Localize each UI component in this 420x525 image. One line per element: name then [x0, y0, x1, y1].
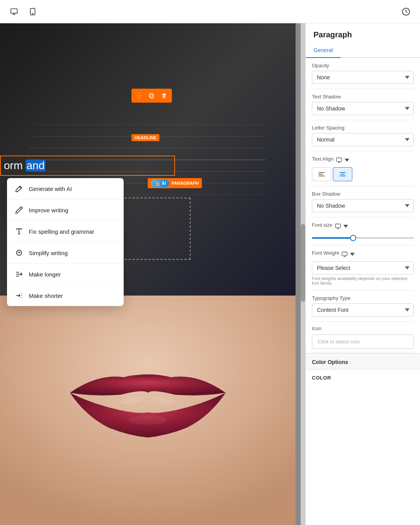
box-shadow-section: Box Shadow No Shadow — [306, 186, 420, 217]
monitor-icon — [336, 157, 342, 163]
text-align-label: Text Align — [312, 156, 334, 162]
ai-badge: 🤖 AI — [151, 179, 169, 187]
context-menu-item-fix[interactable]: Fix spelling and grammar — [7, 221, 124, 242]
font-size-label-row: Font size — [312, 222, 414, 230]
monitor-icon-2 — [335, 223, 341, 229]
panel-tabs: General — [306, 43, 420, 58]
chevron-down-icon-3 — [350, 252, 355, 257]
opacity-section: Opacity None — [306, 58, 420, 89]
context-menu-item-improve[interactable]: Improve writing — [7, 200, 124, 221]
canvas-scrollbar[interactable] — [301, 23, 305, 525]
text-highlight: and — [26, 159, 46, 172]
fix-spelling-label: Fix spelling and grammar — [29, 228, 94, 235]
make-longer-label: Make longer — [29, 271, 61, 278]
svg-rect-17 — [0, 296, 296, 525]
font-weight-section: Font Weight Please Select Font weights a… — [306, 245, 420, 290]
opacity-select[interactable]: None — [312, 71, 414, 84]
font-weight-label-row: Font Weight — [312, 250, 414, 258]
color-options-header: Color Options — [306, 353, 420, 369]
context-menu-item-shorter[interactable]: Make shorter — [7, 285, 124, 306]
font-size-label: Font size — [312, 222, 332, 228]
paragraph-badge: 🤖 AI PARAGRAPH — [148, 178, 202, 188]
letter-spacing-select[interactable]: Normal — [312, 133, 414, 146]
mobile-view-button[interactable] — [25, 4, 40, 19]
panel-title: Paragraph — [306, 23, 420, 39]
right-panel: Paragraph General Opacity None Text Shad… — [305, 23, 420, 525]
letter-spacing-section: Letter Spacing Normal — [306, 120, 420, 151]
ai-context-menu: Generate with AI Improve writing — [7, 178, 124, 306]
generate-ai-label: Generate with AI — [29, 186, 72, 192]
color-label: COLOR — [312, 375, 414, 381]
letter-spacing-label: Letter Spacing — [312, 125, 414, 131]
svg-rect-28 — [335, 224, 340, 228]
svg-rect-21 — [336, 158, 341, 161]
copy-button[interactable] — [146, 90, 157, 101]
svg-point-20 — [128, 415, 167, 425]
svg-rect-29 — [342, 252, 347, 256]
box-shadow-select[interactable]: No Shadow — [312, 199, 414, 212]
selected-text-block[interactable]: orm and — [0, 156, 175, 176]
svg-point-2 — [32, 13, 33, 14]
text-align-buttons — [312, 167, 414, 181]
paragraph-label: PARAGRAPH — [172, 181, 199, 186]
typography-type-label: Typography Type — [312, 295, 414, 301]
svg-rect-0 — [11, 9, 18, 13]
type-icon — [15, 227, 23, 236]
pencil-icon — [15, 206, 23, 214]
chevron-down-icon — [345, 158, 349, 163]
scrollbar-thumb[interactable] — [301, 224, 305, 302]
simplify-writing-label: Simplify writing — [29, 250, 68, 256]
font-weight-label: Font Weight — [312, 250, 339, 256]
svg-rect-4 — [150, 94, 154, 98]
toolbar-icons — [6, 4, 40, 19]
font-size-slider[interactable] — [312, 237, 414, 239]
text-shadow-label: Text Shadow — [312, 94, 414, 100]
move-button[interactable] — [134, 90, 145, 101]
font-weight-select[interactable]: Please Select — [312, 261, 414, 275]
longer-icon — [15, 270, 23, 278]
float-toolbar — [131, 89, 172, 103]
align-center-button[interactable] — [333, 167, 352, 181]
text-shadow-select[interactable]: No Shadow — [312, 102, 414, 115]
desktop-view-button[interactable] — [6, 4, 22, 19]
context-menu-item-generate-ai[interactable]: Generate with AI — [7, 178, 124, 200]
text-align-section: Text Align — [306, 151, 420, 186]
canvas-bottom-image — [0, 296, 296, 525]
history-button[interactable] — [398, 4, 414, 19]
text-shadow-section: Text Shadow No Shadow — [306, 89, 420, 120]
main-layout: HEADLINE orm and 🤖 AI PARAGRAPH — [0, 23, 420, 525]
monitor-icon-3 — [341, 251, 348, 257]
icon-label: Icon — [312, 326, 414, 331]
shorter-icon — [15, 291, 23, 300]
delete-button[interactable] — [159, 90, 170, 101]
typography-type-select[interactable]: Content Font — [312, 303, 414, 317]
top-toolbar — [0, 0, 420, 23]
headline-badge: HEADLINE — [131, 134, 159, 141]
font-weight-hint: Font weights availability depends on you… — [312, 276, 414, 285]
improve-writing-label: Improve writing — [29, 207, 68, 214]
canvas-area[interactable]: HEADLINE orm and 🤖 AI PARAGRAPH — [0, 23, 305, 525]
color-section: COLOR — [306, 369, 420, 390]
typography-type-section: Typography Type Content Font — [306, 290, 420, 321]
text-align-label-row: Text Align — [312, 156, 414, 164]
font-size-section: Font size — [306, 217, 420, 245]
dashed-placeholder-box — [121, 198, 191, 260]
tab-general[interactable]: General — [306, 43, 341, 58]
chevron-down-icon-2 — [343, 224, 348, 229]
simplify-icon — [15, 248, 23, 257]
box-shadow-label: Box Shadow — [312, 191, 414, 197]
make-shorter-label: Make shorter — [29, 292, 63, 299]
svg-rect-5 — [149, 93, 152, 97]
icon-select-button[interactable]: Click to select icon — [312, 334, 414, 349]
icon-section: Icon Click to select icon — [306, 322, 420, 353]
context-menu-item-simplify[interactable]: Simplify writing — [7, 242, 124, 264]
text-before-highlight: orm — [4, 159, 26, 172]
opacity-label: Opacity — [312, 63, 414, 68]
selected-text-content: orm and — [4, 159, 171, 172]
align-left-button[interactable] — [312, 167, 331, 181]
context-menu-item-longer[interactable]: Make longer — [7, 264, 124, 285]
wand-icon — [15, 184, 23, 193]
